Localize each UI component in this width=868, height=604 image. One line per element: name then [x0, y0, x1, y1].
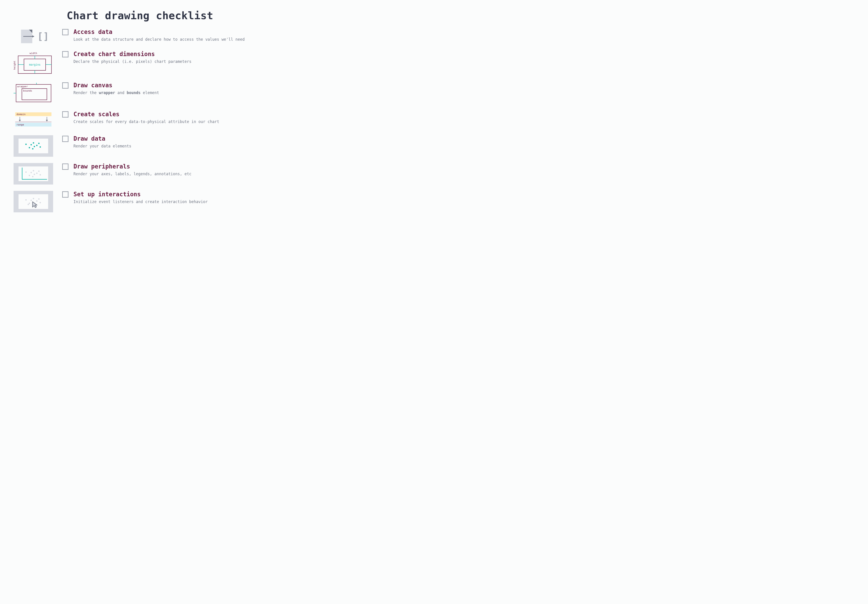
svg-point-40 — [34, 174, 35, 175]
step-desc: Initialize event listeners and create in… — [73, 199, 303, 205]
svg-point-26 — [29, 147, 30, 148]
svg-point-50 — [33, 198, 34, 199]
step-desc: Declare the physical (i.e. pixels) chart… — [73, 59, 303, 64]
step-title: Access data — [73, 28, 303, 35]
thumb-dimensions: width height margins — [14, 51, 53, 76]
step-desc: Render your data elements — [73, 143, 303, 149]
svg-point-31 — [36, 145, 37, 146]
step-scales: domain range Create scales Create scales… — [14, 111, 303, 129]
svg-marker-22 — [46, 120, 48, 121]
label-margins: margins — [29, 63, 40, 66]
step-access-data: [ ] Access data Look at the data structu… — [14, 28, 303, 44]
step-desc: Create scales for every data-to-physical… — [73, 119, 303, 124]
label-bounds: bounds — [23, 89, 32, 92]
svg-point-47 — [25, 199, 27, 200]
thumb-draw-data — [14, 135, 53, 157]
label-domain: domain — [17, 113, 26, 116]
step-interactions: Set up interactions Initialize event lis… — [14, 191, 303, 212]
checkbox[interactable] — [62, 82, 68, 89]
step-desc: Render your axes, labels, legends, annot… — [73, 171, 303, 177]
svg-text:[: [ — [37, 31, 43, 42]
thumb-interactions — [14, 191, 53, 212]
checkbox[interactable] — [62, 51, 68, 57]
thumb-access-data: [ ] — [14, 28, 53, 44]
svg-point-53 — [38, 198, 40, 200]
svg-point-39 — [33, 170, 34, 171]
svg-point-38 — [31, 172, 32, 173]
page: Chart drawing checklist [ ] Access data … — [0, 0, 316, 232]
label-height: height — [14, 61, 16, 70]
thumb-scales: domain range — [14, 111, 53, 129]
step-title: Set up interactions — [73, 191, 303, 198]
svg-point-37 — [29, 175, 30, 176]
step-draw-data: Draw data Render your data elements — [14, 135, 303, 157]
svg-point-54 — [40, 202, 41, 203]
label-wrapper: wrapper — [17, 85, 28, 88]
label-width: width — [29, 52, 37, 55]
svg-point-49 — [31, 200, 32, 201]
svg-marker-20 — [19, 120, 21, 121]
thumb-canvas: wrapper bounds — [14, 82, 53, 104]
svg-rect-35 — [19, 166, 48, 181]
step-title: Draw data — [73, 135, 303, 142]
step-title: Create scales — [73, 111, 303, 118]
svg-text:]: ] — [43, 31, 49, 42]
svg-marker-3 — [33, 35, 34, 37]
checkbox[interactable] — [62, 191, 68, 198]
step-canvas: wrapper bounds Draw canvas Render the wr… — [14, 82, 303, 104]
checkbox[interactable] — [62, 163, 68, 170]
svg-point-32 — [38, 143, 40, 144]
page-title: Chart drawing checklist — [67, 9, 303, 22]
step-desc: Look at the data structure and declare h… — [73, 37, 303, 42]
svg-point-51 — [28, 204, 29, 205]
step-peripherals: Draw peripherals Render your axes, label… — [14, 163, 303, 185]
svg-point-30 — [32, 148, 33, 149]
step-title: Draw canvas — [73, 82, 303, 89]
svg-point-28 — [33, 142, 34, 144]
svg-point-33 — [40, 146, 41, 148]
checkbox[interactable] — [62, 136, 68, 142]
svg-rect-24 — [19, 139, 48, 153]
checkbox[interactable] — [62, 29, 68, 35]
svg-point-27 — [31, 144, 32, 145]
svg-point-42 — [36, 172, 37, 174]
svg-point-25 — [25, 144, 27, 145]
svg-point-44 — [40, 174, 41, 175]
label-range: range — [17, 123, 24, 126]
svg-point-48 — [29, 203, 30, 204]
step-dimensions: width height margins Create chart dimens… — [14, 51, 303, 76]
step-title: Create chart dimensions — [73, 51, 303, 57]
svg-point-29 — [34, 146, 35, 147]
checkbox[interactable] — [62, 111, 68, 118]
svg-point-41 — [32, 176, 33, 177]
svg-point-52 — [36, 200, 37, 202]
step-desc: Render the wrapper and bounds element — [73, 90, 303, 96]
step-title: Draw peripherals — [73, 163, 303, 170]
svg-point-36 — [25, 171, 27, 173]
thumb-peripherals — [14, 163, 53, 185]
svg-point-43 — [38, 171, 40, 172]
